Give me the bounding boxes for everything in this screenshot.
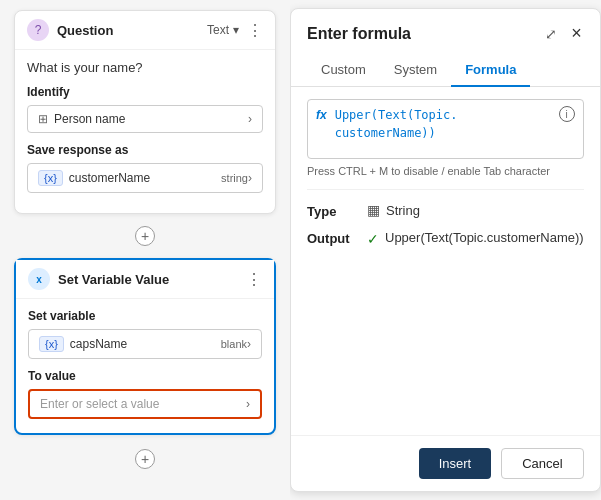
blank-badge: blank [221,338,247,350]
tab-system[interactable]: System [380,54,451,87]
set-variable-card-header: x Set Variable Value ⋮ [16,260,274,299]
output-text: Upper(Text(Topic.customerName)) [385,229,584,247]
close-button[interactable]: × [569,21,584,46]
formula-actions: ⤢ × [543,21,584,46]
question-card-title: Question [57,23,207,38]
to-value-input[interactable]: Enter or select a value › [28,389,262,419]
question-type-selector[interactable]: Text ▾ [207,23,239,37]
set-variable-icon: x [28,268,50,290]
output-label: Output [307,229,367,246]
expand-button[interactable]: ⤢ [543,21,559,46]
insert-button[interactable]: Insert [419,448,492,479]
to-value-placeholder: Enter or select a value [40,397,159,411]
identify-chevron-icon: › [248,112,252,126]
question-card-body: What is your name? Identify ⊞ Person nam… [15,50,275,213]
to-value-chevron-icon: › [246,397,250,411]
fx-label: fx [316,106,327,122]
string-type-icon: ▦ [367,202,380,218]
formula-text[interactable]: Upper(Text(Topic. customerName)) [335,106,553,142]
to-value-label: To value [28,369,262,383]
caps-name-var: capsName [70,337,221,351]
identify-label: Identify [27,85,263,99]
formula-footer: Insert Cancel [291,435,600,491]
question-type-label: Text [207,23,229,37]
tab-formula[interactable]: Formula [451,54,530,87]
set-variable-card: x Set Variable Value ⋮ Set variable {x} … [14,258,276,435]
type-output-section: Type ▦ String Output ✓ Upper(Text(Topic.… [307,189,584,247]
type-row: Type ▦ String [307,202,584,219]
formula-title: Enter formula [307,25,411,43]
connector-2: + [0,445,290,473]
connector-1: + [0,224,290,248]
hint-text: Press CTRL + M to disable / enable Tab c… [307,165,584,177]
save-response-chevron-icon: › [248,171,252,185]
formula-tabs: Custom System Formula [291,54,600,87]
var-badge: {x} [38,170,63,186]
set-variable-menu-icon[interactable]: ⋮ [246,270,262,289]
save-response-label: Save response as [27,143,263,157]
type-label: Type [307,202,367,219]
save-response-field[interactable]: {x} customerName string › [27,163,263,193]
identify-field[interactable]: ⊞ Person name › [27,105,263,133]
formula-body: fx Upper(Text(Topic. customerName)) i Pr… [291,87,600,435]
chevron-down-icon: ▾ [233,23,239,37]
caps-name-badge: {x} [39,336,64,352]
add-step-button-2[interactable]: + [135,449,155,469]
question-card-header: ? Question Text ▾ ⋮ [15,11,275,50]
question-text: What is your name? [27,60,263,75]
tab-custom[interactable]: Custom [307,54,380,87]
output-row: Output ✓ Upper(Text(Topic.customerName)) [307,229,584,247]
add-step-button-1[interactable]: + [135,226,155,246]
set-variable-card-body: Set variable {x} capsName blank › To val… [16,299,274,433]
success-icon: ✓ [367,231,379,247]
formula-panel: Enter formula ⤢ × Custom System Formula … [290,8,601,492]
set-variable-card-title: Set Variable Value [58,272,238,287]
formula-input-area[interactable]: fx Upper(Text(Topic. customerName)) i [307,99,584,159]
string-type-badge: string [221,172,248,184]
cancel-button[interactable]: Cancel [501,448,583,479]
type-string: String [386,203,420,218]
set-variable-field[interactable]: {x} capsName blank › [28,329,262,359]
info-icon[interactable]: i [559,106,575,122]
type-value: ▦ String [367,202,420,218]
formula-header: Enter formula ⤢ × [291,9,600,46]
question-menu-icon[interactable]: ⋮ [247,21,263,40]
customer-name-var: customerName [69,171,221,185]
identify-value: Person name [54,112,248,126]
output-content: ✓ Upper(Text(Topic.customerName)) [367,229,584,247]
question-card: ? Question Text ▾ ⋮ What is your name? I… [14,10,276,214]
person-icon: ⊞ [38,112,48,126]
set-var-chevron-icon: › [247,337,251,351]
question-icon: ? [27,19,49,41]
set-variable-label: Set variable [28,309,262,323]
